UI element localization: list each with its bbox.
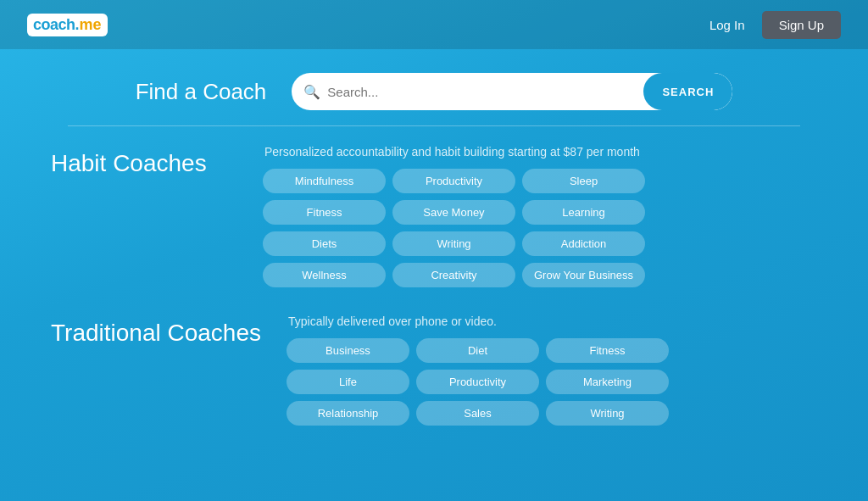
habit-coach-tag[interactable]: Addiction xyxy=(522,231,645,256)
hero-section: Find a Coach 🔍 SEARCH xyxy=(0,49,868,125)
habit-coach-tag[interactable]: Save Money xyxy=(392,200,515,225)
habit-coaches-content: Personalized accountability and habit bu… xyxy=(263,145,817,287)
traditional-coaches-tags: BusinessDietFitnessLifeProductivityMarke… xyxy=(287,338,817,426)
hero-title: Find a Coach xyxy=(136,79,267,105)
traditional-coach-tag[interactable]: Fitness xyxy=(546,338,669,363)
habit-coaches-section: Habit Coaches Personalized accountabilit… xyxy=(0,126,868,296)
nav-actions: Log In Sign Up xyxy=(709,11,841,39)
header: coach.me Log In Sign Up xyxy=(0,0,868,49)
traditional-coach-tag[interactable]: Productivity xyxy=(416,370,539,394)
traditional-coach-tag[interactable]: Writing xyxy=(546,401,669,426)
traditional-coach-tag[interactable]: Diet xyxy=(416,338,539,363)
logo-me-text: me xyxy=(80,16,102,34)
traditional-coach-tag[interactable]: Marketing xyxy=(546,370,669,394)
search-icon: 🔍 xyxy=(303,84,320,100)
logo-box: coach.me xyxy=(27,14,108,36)
traditional-coach-tag[interactable]: Life xyxy=(287,370,409,394)
traditional-coach-tag[interactable]: Sales xyxy=(416,401,539,426)
traditional-coaches-section: Traditional Coaches Typically delivered … xyxy=(0,296,868,434)
traditional-coaches-content: Typically delivered over phone or video.… xyxy=(287,315,817,426)
search-input[interactable] xyxy=(327,85,643,99)
habit-coach-tag[interactable]: Diets xyxy=(263,231,386,256)
traditional-coaches-subtitle: Typically delivered over phone or video. xyxy=(287,315,817,328)
habit-coach-tag[interactable]: Writing xyxy=(392,231,515,256)
search-button[interactable]: SEARCH xyxy=(643,73,732,110)
habit-coaches-subtitle: Personalized accountability and habit bu… xyxy=(263,145,817,159)
habit-coach-tag[interactable]: Learning xyxy=(522,200,645,225)
login-button[interactable]: Log In xyxy=(709,18,745,32)
logo-coach-text: coach xyxy=(33,16,75,34)
logo: coach.me xyxy=(27,14,108,36)
habit-coach-tag[interactable]: Creativity xyxy=(392,263,515,287)
habit-coach-tag[interactable]: Grow Your Business xyxy=(522,263,645,287)
traditional-coach-tag[interactable]: Relationship xyxy=(287,401,409,426)
habit-coach-tag[interactable]: Wellness xyxy=(263,263,386,287)
habit-coach-tag[interactable]: Fitness xyxy=(263,200,386,225)
signup-button[interactable]: Sign Up xyxy=(762,11,841,39)
traditional-coaches-title: Traditional Coaches xyxy=(51,315,261,347)
habit-coach-tag[interactable]: Mindfulness xyxy=(263,169,386,193)
habit-coach-tag[interactable]: Productivity xyxy=(392,169,515,193)
habit-coaches-title: Habit Coaches xyxy=(51,145,237,177)
habit-coach-tag[interactable]: Sleep xyxy=(522,169,645,193)
traditional-coach-tag[interactable]: Business xyxy=(287,338,409,363)
search-bar: 🔍 SEARCH xyxy=(292,73,732,110)
habit-coaches-tags: MindfulnessProductivitySleepFitnessSave … xyxy=(263,169,817,287)
